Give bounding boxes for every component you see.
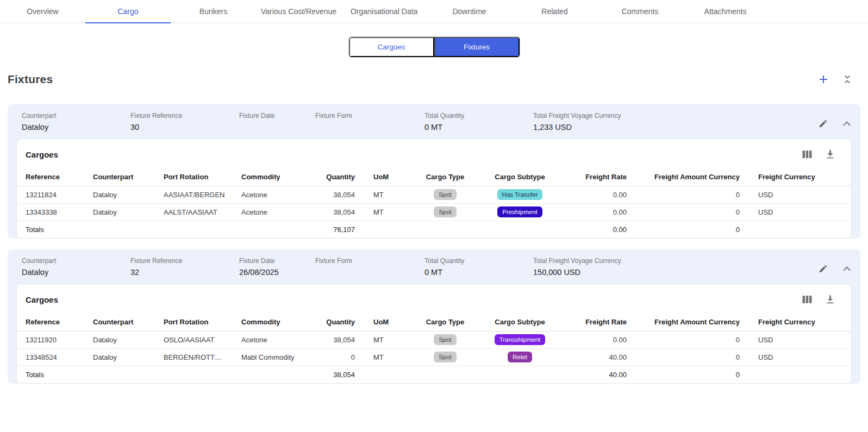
col-freight-currency: Freight Currency — [748, 314, 851, 331]
field-value: 0 MT — [424, 268, 533, 277]
cell-reference: 13211920 — [17, 331, 93, 348]
toggle-cargoes-button[interactable]: Cargoes — [349, 37, 434, 57]
field-fixture-reference: Fixture Reference 30 — [130, 112, 239, 132]
cargoes-panel-head: Cargoes — [17, 284, 851, 314]
cargo-type-chip: Spot — [434, 352, 457, 362]
active-tab-underline — [85, 22, 171, 23]
fixture-card-header: Counterpart Dataloy Fixture Reference 32… — [8, 249, 860, 284]
tab-various-cost-revenue[interactable]: Various Cost/Revenue — [256, 0, 341, 23]
cell-uom: MT — [364, 203, 415, 221]
table-row[interactable]: 13211920 Dataloy OSLO/AASIAAT Acetone 38… — [17, 331, 851, 348]
tab-comments[interactable]: Comments — [597, 0, 683, 23]
col-reference: Reference — [17, 168, 93, 186]
field-value — [315, 268, 424, 277]
page-title: Fixtures — [8, 73, 53, 86]
toggle-fixtures-button[interactable]: Fixtures — [434, 37, 520, 57]
field-label: Counterpart — [22, 257, 130, 265]
empty-cell — [415, 221, 475, 238]
field-total-freight: Total Freight Voyage Currency 1,233 USD — [533, 112, 817, 132]
field-label: Total Freight Voyage Currency — [533, 257, 817, 265]
cargo-subtype-chip: Relet — [508, 352, 532, 362]
field-label: Fixture Date — [239, 112, 315, 120]
plus-icon — [818, 74, 829, 85]
collapse-card-button[interactable] — [841, 117, 853, 129]
cell-quantity: 38,054 — [320, 203, 364, 221]
empty-cell — [748, 221, 851, 238]
field-counterpart: Counterpart Dataloy — [22, 112, 130, 132]
fixtures-header: Fixtures — [8, 72, 853, 87]
cargoes-panel-actions — [801, 293, 836, 305]
collapse-all-button[interactable] — [841, 73, 853, 85]
empty-cell — [164, 221, 241, 238]
field-value: Dataloy — [22, 123, 130, 132]
table-row[interactable]: 13211824 Dataloy AASIAAT/BERGEN Acetone … — [17, 186, 851, 203]
table-row[interactable]: 13348524 Dataloy BERGEN/ROTT… Mabl Commo… — [17, 348, 851, 366]
tab-organisational-data[interactable]: Organisational Data — [341, 0, 427, 23]
fixture-card: Counterpart Dataloy Fixture Reference 30… — [8, 104, 860, 239]
edit-fixture-button[interactable] — [817, 117, 829, 129]
add-fixture-button[interactable] — [817, 73, 829, 85]
cargo-type-chip: Spot — [434, 189, 457, 200]
tab-bunkers[interactable]: Bunkers — [171, 0, 256, 23]
pencil-icon — [819, 119, 828, 128]
tab-overview[interactable]: Overview — [0, 0, 85, 23]
field-total-quantity: Total Quantity 0 MT — [424, 257, 533, 277]
col-uom: UoM — [364, 168, 415, 186]
columns-button[interactable] — [801, 148, 813, 160]
totals-row: Totals 38,054 40.00 0 — [17, 366, 851, 383]
download-button[interactable] — [824, 293, 836, 305]
fixture-card-header: Counterpart Dataloy Fixture Reference 30… — [8, 104, 860, 139]
unfold-less-icon — [843, 74, 852, 84]
cargoes-title: Cargoes — [26, 295, 58, 304]
field-label: Total Freight Voyage Currency — [533, 112, 817, 120]
empty-cell — [475, 221, 565, 238]
empty-cell — [415, 366, 475, 383]
cell-freight-rate: 40.00 — [565, 348, 635, 366]
cargoes-panel-head: Cargoes — [17, 139, 851, 168]
field-value: 1,233 USD — [533, 123, 817, 132]
edit-fixture-button[interactable] — [817, 262, 829, 274]
tab-label: Downtime — [452, 7, 486, 16]
field-label: Total Quantity — [424, 257, 533, 265]
tab-related[interactable]: Related — [512, 0, 597, 23]
col-counterpart: Counterpart — [93, 314, 164, 331]
tab-label: Organisational Data — [351, 7, 418, 16]
cell-port-rotation: OSLO/AASIAAT — [164, 331, 241, 348]
columns-button[interactable] — [801, 293, 813, 305]
field-fixture-reference: Fixture Reference 32 — [130, 257, 239, 277]
cell-commodity: Acetone — [241, 186, 320, 203]
field-value: 0 MT — [424, 123, 533, 132]
cell-uom: MT — [364, 186, 415, 203]
field-fixture-date: Fixture Date — [239, 112, 315, 132]
view-toggle: Cargoes Fixtures — [348, 36, 520, 58]
cell-counterpart: Dataloy — [93, 348, 164, 366]
tab-label: Cargo — [117, 7, 138, 16]
download-button[interactable] — [824, 148, 836, 160]
main-tab-bar: Overview Cargo Bunkers Various Cost/Reve… — [0, 0, 868, 23]
pencil-icon — [819, 264, 828, 273]
cell-cargo-subtype: Transshipment — [475, 331, 565, 348]
empty-cell — [93, 221, 164, 238]
col-freight-rate: Freight Rate — [565, 314, 635, 331]
collapse-card-button[interactable] — [841, 262, 853, 274]
totals-label: Totals — [17, 366, 93, 383]
field-label: Fixture Reference — [130, 112, 239, 120]
field-value: 32 — [130, 268, 239, 277]
cell-port-rotation: AASIAAT/BERGEN — [164, 186, 241, 203]
table-row[interactable]: 13343338 Dataloy AALST/AASIAAT Acetone 3… — [17, 203, 851, 221]
tab-attachments[interactable]: Attachments — [683, 0, 768, 23]
cargoes-panel: Cargoes — [16, 284, 852, 384]
col-cargo-type: Cargo Type — [415, 168, 475, 186]
cell-quantity: 0 — [320, 348, 364, 366]
tab-downtime[interactable]: Downtime — [427, 0, 512, 23]
cell-port-rotation: AALST/AASIAAT — [164, 203, 241, 221]
col-freight-currency: Freight Currency — [748, 168, 851, 186]
totals-freight-amount-currency: 0 — [635, 366, 748, 383]
totals-freight-amount-currency: 0 — [635, 221, 748, 238]
tab-cargo[interactable]: Cargo — [85, 0, 171, 23]
card-actions — [817, 257, 853, 274]
cell-quantity: 38,054 — [320, 331, 364, 348]
field-fixture-form: Fixture Form — [315, 257, 424, 277]
cell-freight-rate: 0.00 — [565, 203, 635, 221]
cell-commodity: Acetone — [241, 203, 320, 221]
